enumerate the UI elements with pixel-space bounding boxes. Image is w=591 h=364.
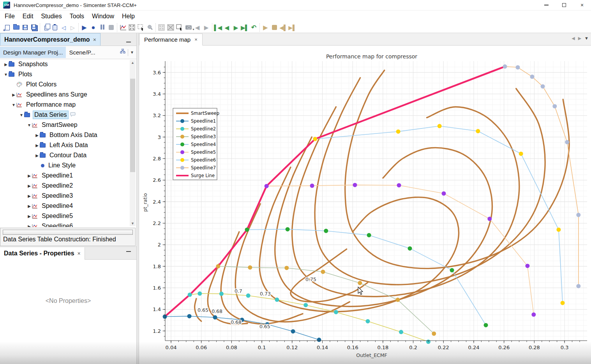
folder-icon	[9, 72, 14, 77]
scroll-down-icon[interactable]: ▼	[130, 221, 136, 226]
svg-text:2.4: 2.4	[153, 199, 161, 205]
tree-item-line-style[interactable]: Line Style	[0, 160, 136, 171]
minimize-button[interactable]	[537, 0, 555, 10]
paste-icon[interactable]	[50, 23, 59, 32]
step-back-icon[interactable]: ◀	[222, 23, 231, 32]
tree-item-performance-map[interactable]: ▼Performance map	[0, 100, 136, 110]
design-stop-icon[interactable]	[270, 23, 279, 32]
tab-performance-map[interactable]: Performance map ×	[139, 33, 203, 46]
tab-properties[interactable]: Data Series - Properties ×	[0, 247, 85, 260]
view-back-icon[interactable]: ◀	[193, 23, 202, 32]
probe-icon[interactable]	[145, 23, 154, 32]
back-icon[interactable]: ◁	[59, 23, 68, 32]
tree-item-contour-data[interactable]: ▶Contour Data	[0, 150, 136, 160]
tree-item-speedline1[interactable]: ▶Speedline1	[0, 171, 136, 181]
new-simulation-icon[interactable]: +	[3, 23, 12, 32]
copy-icon[interactable]	[41, 23, 50, 32]
stop-icon[interactable]	[107, 23, 116, 32]
rubberband-select-icon[interactable]	[136, 23, 145, 32]
svg-text:0.22: 0.22	[438, 345, 449, 350]
tree-item-left-axis-data[interactable]: ▶Left Axis Data	[0, 140, 136, 150]
fit-view-icon[interactable]	[127, 23, 136, 32]
tree-item-smartsweep[interactable]: ▼SmartSweep	[0, 120, 136, 130]
subtab-scene-plot[interactable]: Scene/P...	[66, 47, 98, 58]
menu-item-help[interactable]: Help	[118, 11, 139, 21]
tab-close-icon[interactable]: ×	[194, 37, 198, 42]
expand-icon[interactable]: ▶	[34, 143, 40, 148]
tree-item-plots[interactable]: ▼Plots	[0, 69, 136, 79]
tree-item-speedline5[interactable]: ▶Speedline5	[0, 211, 136, 221]
collapse-icon[interactable]: ▼	[3, 72, 9, 77]
tree-item-speedline2[interactable]: ▶Speedline2	[0, 181, 136, 191]
tab-scroll-left-icon[interactable]: ◀	[572, 36, 575, 41]
maximize-button[interactable]	[555, 0, 573, 10]
scroll-up-icon[interactable]: ▲	[130, 60, 136, 65]
folder-icon	[40, 133, 46, 137]
hierarchy-view-icon[interactable]	[120, 49, 126, 56]
step-first-icon[interactable]: ▌◀	[213, 23, 222, 32]
tree-item-speedline3[interactable]: ▶Speedline3	[0, 191, 136, 201]
create-plot-icon[interactable]	[118, 23, 127, 32]
chevron-down-icon[interactable]: ▼	[130, 50, 134, 55]
expand-icon[interactable]: ▶	[26, 194, 32, 198]
rubberband-zoom-icon[interactable]	[175, 23, 184, 32]
step-forward-icon[interactable]: ▶	[231, 23, 240, 32]
tab-scroll-right-icon[interactable]: ▶	[578, 36, 581, 41]
tree-scrollbar[interactable]: ▲ ▼	[130, 60, 136, 226]
tree-item-speedline6[interactable]: ▶Speedline6	[0, 221, 136, 227]
panel-splitter[interactable]	[136, 33, 139, 364]
zoom-box-icon[interactable]	[157, 23, 166, 32]
save-icon[interactable]	[21, 23, 30, 32]
svg-text:0.3: 0.3	[561, 345, 569, 350]
properties-minimize-button[interactable]	[126, 251, 131, 252]
tree-item-data-series[interactable]: ▼Data Series	[0, 110, 136, 120]
expand-icon[interactable]: ▶	[34, 153, 40, 158]
tab-simulation[interactable]: HannoverCompressor_demo ×	[0, 33, 101, 46]
collapse-icon[interactable]: ▼	[19, 113, 24, 117]
menu-item-tools[interactable]: Tools	[66, 11, 88, 21]
performance-map-chart[interactable]: 0.650.680.70.730.750.680.650.040.060.080…	[139, 46, 591, 364]
play-icon[interactable]: ▶	[80, 23, 89, 32]
expand-icon[interactable]: ▶	[26, 204, 32, 208]
panel-minimize-button[interactable]	[126, 42, 131, 42]
properties-close-icon[interactable]: ×	[78, 250, 81, 257]
expand-icon[interactable]: ▶	[34, 133, 40, 137]
design-step-back-icon[interactable]: ◀▌	[279, 23, 288, 32]
design-step-forward-icon[interactable]: ▶▌	[288, 23, 297, 32]
view-forward-icon[interactable]: ▶	[202, 23, 211, 32]
screenshot-icon[interactable]	[184, 23, 193, 32]
svg-text:Speedline3: Speedline3	[191, 134, 216, 139]
no-zoom-icon[interactable]	[166, 23, 175, 32]
expand-icon[interactable]: ▶	[11, 93, 16, 97]
tree-item-snapshots[interactable]: ▶Snapshots	[0, 59, 136, 69]
expand-icon[interactable]: ▶	[3, 62, 9, 67]
tree-item-speedlines-ans-surge[interactable]: ▶Speedlines ans Surge	[0, 90, 136, 100]
progress-bar	[3, 230, 133, 235]
collapse-icon[interactable]: ▼	[11, 103, 16, 107]
expand-icon[interactable]: ▶	[26, 184, 32, 188]
tree-item-speedline4[interactable]: ▶Speedline4	[0, 201, 136, 211]
tab-list-icon[interactable]: ▼	[584, 36, 589, 41]
forward-icon[interactable]: ▷	[68, 23, 77, 32]
step-last-icon[interactable]: ▶▌	[240, 23, 249, 32]
save-all-icon[interactable]	[30, 23, 39, 32]
open-simulation-icon[interactable]	[12, 23, 21, 32]
pause-icon[interactable]	[98, 23, 107, 32]
expand-icon[interactable]: ▶	[26, 174, 32, 178]
expand-icon[interactable]: ▶	[26, 214, 32, 218]
tree-item-plot-colors[interactable]: Plot Colors	[0, 79, 136, 90]
menu-item-window[interactable]: Window	[88, 11, 118, 21]
record-icon[interactable]: ●	[89, 23, 98, 32]
tree-item-bottom-axis-data[interactable]: ▶Bottom Axis Data	[0, 130, 136, 140]
undo-icon[interactable]: ↶	[249, 23, 258, 32]
subtab-design-manager[interactable]: Design Manager Proj...	[0, 47, 66, 58]
scrollbar-thumb[interactable]	[130, 79, 135, 172]
menu-item-file[interactable]: File	[1, 11, 19, 21]
design-play-icon[interactable]: ▶	[261, 23, 270, 32]
collapse-icon[interactable]: ▼	[26, 123, 32, 127]
menu-item-studies[interactable]: Studies	[37, 11, 65, 21]
close-button[interactable]: ×	[573, 0, 591, 10]
tab-close-icon[interactable]: ×	[93, 37, 96, 43]
menu-item-edit[interactable]: Edit	[19, 11, 37, 21]
expand-icon[interactable]: ▶	[26, 224, 32, 227]
